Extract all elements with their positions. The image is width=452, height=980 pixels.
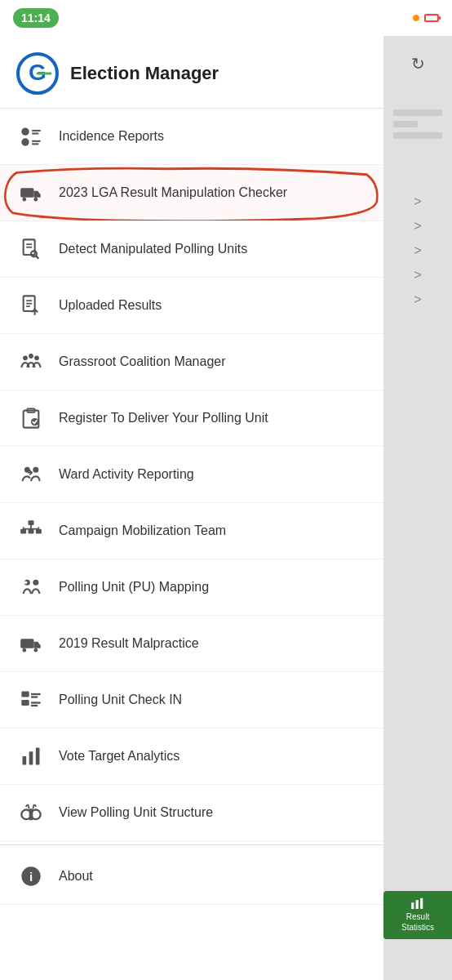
- sidebar-item-label: Register To Deliver Your Polling Unit: [59, 410, 268, 427]
- sidebar-item-label: Vote Target Analytics: [59, 748, 179, 765]
- svg-rect-43: [21, 692, 29, 697]
- reload-icon[interactable]: ↻: [403, 49, 432, 78]
- app-header: G Election Manager: [0, 36, 383, 109]
- line: [393, 109, 442, 116]
- menu-divider: [0, 844, 383, 845]
- sidebar-item-about[interactable]: i About: [0, 849, 383, 905]
- line: [393, 132, 442, 139]
- arrow-chevron: >: [414, 292, 421, 307]
- svg-rect-40: [20, 639, 33, 648]
- people-arrows-icon: [16, 460, 46, 489]
- svg-rect-49: [23, 756, 27, 765]
- sidebar-item-label: Uploaded Results: [59, 297, 162, 314]
- bottom-tab-line2: Statistics: [388, 922, 447, 933]
- svg-point-27: [24, 467, 30, 473]
- sidebar-item-register-deliver[interactable]: Register To Deliver Your Polling Unit: [0, 390, 383, 447]
- svg-point-42: [34, 648, 38, 653]
- document-search-icon: [16, 234, 46, 264]
- info-circle-icon: i: [16, 862, 46, 891]
- binoculars-icon: [16, 798, 46, 827]
- svg-rect-51: [36, 748, 40, 765]
- arrow-chevron: >: [414, 243, 421, 258]
- sidebar-item-grassroot-coalition[interactable]: Grassroot Coalition Manager: [0, 334, 383, 390]
- right-arrows: > > > > >: [414, 194, 421, 307]
- sidebar-item-incidence-reports[interactable]: Incidence Reports: [0, 109, 383, 165]
- battery-icon: [424, 14, 439, 22]
- svg-point-39: [24, 581, 27, 584]
- app-logo: G: [16, 52, 59, 95]
- sidebar-item-label: Ward Activity Reporting: [59, 466, 194, 483]
- people-group-icon: [16, 347, 46, 376]
- sidebar-item-pu-checkin[interactable]: Polling Unit Check IN: [0, 672, 383, 728]
- people-map-icon: [16, 572, 46, 602]
- sidebar-item-label: Polling Unit (PU) Mapping: [59, 579, 209, 596]
- sidebar-item-label: Detect Manipulated Polling Units: [59, 241, 247, 258]
- menu-list: Incidence Reports 2023 LGA Result Manipu…: [0, 109, 383, 905]
- svg-rect-6: [21, 138, 29, 145]
- sidebar-item-pu-mapping[interactable]: Polling Unit (PU) Mapping: [0, 559, 383, 616]
- sidebar-item-campaign-mobilization[interactable]: Campaign Mobilization Team: [0, 503, 383, 559]
- svg-point-28: [33, 467, 38, 473]
- svg-rect-30: [20, 529, 26, 534]
- bar-chart-icon: [16, 742, 46, 771]
- person-lines-icon: [16, 122, 46, 151]
- org-chart-icon: [16, 516, 46, 546]
- svg-rect-58: [416, 900, 419, 909]
- clipboard-check-icon: [16, 403, 46, 433]
- svg-rect-3: [21, 128, 29, 136]
- svg-rect-57: [411, 902, 414, 909]
- bottom-tab-line1: Result: [388, 911, 447, 922]
- arrow-chevron: >: [414, 268, 421, 283]
- sidebar-item-label: Incidence Reports: [59, 128, 164, 145]
- svg-rect-59: [420, 898, 423, 909]
- svg-point-21: [23, 355, 28, 360]
- sidebar-item-label: About: [59, 868, 93, 885]
- svg-point-11: [34, 198, 38, 202]
- sidebar-item-2019-malpractice[interactable]: 2019 Result Malpractice: [0, 616, 383, 672]
- notification-dot: [413, 15, 419, 21]
- svg-line-16: [36, 256, 38, 258]
- sidebar: G Election Manager In: [0, 36, 383, 980]
- svg-rect-32: [36, 529, 42, 534]
- bottom-result-tab[interactable]: Result Statistics: [383, 891, 452, 939]
- truck-icon: [16, 178, 46, 207]
- svg-point-41: [23, 648, 27, 653]
- svg-point-15: [31, 251, 37, 256]
- sidebar-item-label: Grassroot Coalition Manager: [59, 354, 226, 371]
- checkin-icon: [16, 685, 46, 715]
- sidebar-item-ward-activity[interactable]: Ward Activity Reporting: [0, 447, 383, 503]
- sidebar-item-label: Polling Unit Check IN: [59, 692, 182, 709]
- arrow-chevron: >: [414, 219, 421, 234]
- sidebar-item-vote-target-analytics[interactable]: Vote Target Analytics: [0, 728, 383, 785]
- svg-point-23: [34, 355, 39, 360]
- sidebar-item-label: 2023 LGA Result Manipulation Checker: [59, 185, 287, 202]
- arrow-chevron: >: [414, 194, 421, 209]
- svg-rect-31: [29, 529, 34, 534]
- right-panel: ↻ > > > > > Result Statistics: [383, 36, 452, 980]
- svg-point-22: [29, 354, 33, 359]
- app-title: Election Manager: [70, 63, 219, 84]
- truck-small-icon: [16, 629, 46, 658]
- svg-rect-44: [21, 700, 29, 706]
- svg-point-38: [33, 580, 38, 586]
- sidebar-item-view-pu-structure[interactable]: View Polling Unit Structure: [0, 785, 383, 841]
- svg-point-10: [23, 198, 27, 202]
- status-bar: 11:14: [0, 0, 452, 36]
- document-upload-icon: [16, 291, 46, 320]
- main-container: G Election Manager In: [0, 36, 452, 980]
- sidebar-item-label: Campaign Mobilization Team: [59, 523, 226, 540]
- sidebar-item-label: View Polling Unit Structure: [59, 804, 213, 822]
- sidebar-item-detect-manipulated-pu[interactable]: Detect Manipulated Polling Units: [0, 221, 383, 278]
- sidebar-item-label: 2019 Result Malpractice: [59, 635, 199, 653]
- bar-chart-small-icon: [410, 898, 426, 909]
- svg-rect-9: [20, 188, 33, 198]
- sidebar-item-lga-manipulation-checker[interactable]: 2023 LGA Result Manipulation Checker: [0, 165, 383, 221]
- right-panel-lines: [393, 109, 442, 139]
- svg-text:i: i: [29, 870, 33, 884]
- svg-rect-54: [29, 808, 33, 820]
- sidebar-item-uploaded-results[interactable]: Uploaded Results: [0, 278, 383, 334]
- svg-rect-29: [29, 520, 34, 525]
- status-icons: [413, 14, 439, 22]
- status-time: 11:14: [13, 8, 59, 28]
- line: [393, 121, 418, 127]
